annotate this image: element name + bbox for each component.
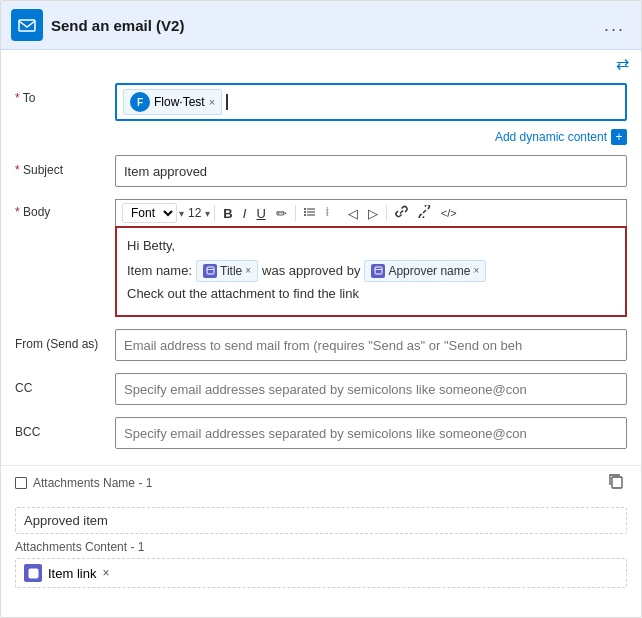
- attachments-name-label: Attachments Name - 1: [33, 476, 152, 490]
- svg-rect-0: [19, 20, 35, 31]
- unlink-button[interactable]: [414, 203, 435, 223]
- toolbar-sep-2: [295, 205, 296, 221]
- tag-close-icon[interactable]: ×: [209, 96, 215, 108]
- numbered-list-button[interactable]: 1. 2. 3.: [322, 204, 342, 223]
- font-size-label: 12: [188, 206, 201, 220]
- add-dynamic-label: Add dynamic content: [495, 130, 607, 144]
- toolbar-sep-1: [214, 205, 215, 221]
- cursor: [226, 94, 228, 110]
- font-select[interactable]: Font: [122, 203, 177, 223]
- toolbar-sep-3: [386, 205, 387, 221]
- to-row: * To F Flow·Test ×: [1, 77, 641, 127]
- subject-row: * Subject: [1, 149, 641, 193]
- item-link-close[interactable]: ×: [102, 566, 109, 580]
- attachments-header-row: Attachments Name - 1: [1, 465, 641, 499]
- svg-rect-2: [307, 208, 315, 209]
- svg-point-1: [304, 208, 306, 210]
- card-header: Send an email (V2) ...: [1, 1, 641, 50]
- dynamic-content-row: Add dynamic content +: [1, 127, 641, 149]
- item-link-label: Item link: [48, 566, 96, 581]
- svg-point-3: [304, 211, 306, 213]
- indent-right-button[interactable]: ▷: [364, 204, 382, 223]
- title-token-label: Title: [220, 262, 242, 280]
- svg-text:3.: 3.: [326, 212, 329, 217]
- bcc-row: BCC: [1, 411, 641, 455]
- attachments-name-value: Approved item: [15, 507, 627, 534]
- cc-input[interactable]: [115, 373, 627, 405]
- item-link-token-icon: [24, 564, 42, 582]
- approver-token-close[interactable]: ×: [473, 263, 479, 278]
- body-editor-wrapper: Font ▾ 12 ▾ B I U ✏: [115, 199, 627, 317]
- body-editor[interactable]: Hi Betty, Item name: Title × was approve…: [115, 226, 627, 317]
- link-button[interactable]: [391, 203, 412, 223]
- form-body: * To F Flow·Test × Add dynamic content +…: [1, 73, 641, 465]
- svg-rect-4: [307, 211, 315, 212]
- attachments-expand-icon: [15, 477, 27, 489]
- cc-row: CC: [1, 367, 641, 411]
- svg-rect-13: [375, 267, 382, 274]
- add-dynamic-icon: +: [611, 129, 627, 145]
- bold-button[interactable]: B: [219, 204, 236, 223]
- bcc-input[interactable]: [115, 417, 627, 449]
- from-input[interactable]: [115, 329, 627, 361]
- avatar: F: [130, 92, 150, 112]
- svg-rect-11: [207, 267, 214, 274]
- subject-input[interactable]: [115, 155, 627, 187]
- more-options-button[interactable]: ...: [598, 13, 631, 38]
- body-item-name-prefix: Item name:: [127, 261, 192, 281]
- svg-rect-16: [29, 569, 38, 578]
- to-field[interactable]: F Flow·Test ×: [115, 83, 627, 121]
- underline-button[interactable]: U: [252, 204, 269, 223]
- svg-point-5: [304, 214, 306, 216]
- from-row: From (Send as): [1, 323, 641, 367]
- svg-rect-15: [612, 477, 622, 488]
- dropdown-size-icon: ▾: [205, 208, 210, 219]
- body-line-1: Hi Betty,: [127, 236, 615, 256]
- to-tag: F Flow·Test ×: [123, 89, 222, 115]
- dropdown-font-icon: ▾: [179, 208, 184, 219]
- pencil-button[interactable]: ✏: [272, 204, 291, 223]
- title-token-close[interactable]: ×: [245, 263, 251, 278]
- body-label: * Body: [15, 199, 115, 219]
- attachments-section: Approved item Attachments Content - 1 It…: [1, 499, 641, 596]
- copy-attachments-button[interactable]: [605, 470, 627, 495]
- bullet-list-button[interactable]: [300, 204, 320, 223]
- code-button[interactable]: </>: [437, 205, 461, 221]
- bcc-label: BCC: [15, 417, 115, 439]
- italic-button[interactable]: I: [239, 204, 251, 223]
- svg-rect-6: [307, 214, 315, 215]
- tag-name: Flow·Test: [154, 95, 205, 109]
- page-title: Send an email (V2): [51, 17, 598, 34]
- title-token: Title ×: [196, 260, 258, 282]
- cc-label: CC: [15, 373, 115, 395]
- attachments-content-row: Item link ×: [15, 558, 627, 588]
- body-toolbar: Font ▾ 12 ▾ B I U ✏: [115, 199, 627, 226]
- app-icon: [11, 9, 43, 41]
- from-label: From (Send as): [15, 329, 115, 351]
- title-token-icon: [203, 264, 217, 278]
- approver-token-label: Approver name: [388, 262, 470, 280]
- body-row: * Body Font ▾ 12 ▾ B I U ✏: [1, 193, 641, 323]
- body-approved-by: was approved by: [262, 261, 360, 281]
- body-line-2: Item name: Title × was approved by: [127, 260, 615, 282]
- swap-icon[interactable]: ⇄: [616, 54, 629, 73]
- attachments-content-label: Attachments Content - 1: [15, 540, 627, 554]
- approver-token: Approver name ×: [364, 260, 486, 282]
- to-label: * To: [15, 83, 115, 105]
- add-dynamic-button[interactable]: Add dynamic content +: [495, 129, 627, 145]
- indent-left-button[interactable]: ◁: [344, 204, 362, 223]
- subject-label: * Subject: [15, 155, 115, 177]
- body-line-3: Check out the attachment to find the lin…: [127, 284, 615, 304]
- approver-token-icon: [371, 264, 385, 278]
